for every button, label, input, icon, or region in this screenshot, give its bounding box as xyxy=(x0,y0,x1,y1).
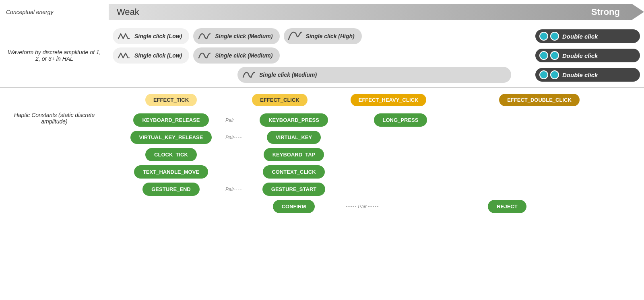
text-handle-move-pill[interactable]: TEXT_HANDLE_MOVE xyxy=(134,165,208,179)
clock-tick-row: CLOCK_TICK KEYBOARD_TAP xyxy=(117,148,636,161)
main-container: Conceptual energy Weak Strong Waveform b… xyxy=(0,0,644,219)
waveform-row-2: Single click (Low) Single click (Medium)… xyxy=(113,47,640,64)
waveform-section: Waveform by discrete amplitude of 1, 2, … xyxy=(0,24,644,88)
waveform-label: Waveform by discrete amplitude of 1, 2, … xyxy=(0,24,109,87)
keyboard-row: KEYBOARD_RELEASE Pair KEYBOARD_PRESS LON… xyxy=(117,113,636,127)
waveform-pill-low-2[interactable]: Single click (Low) xyxy=(113,47,189,64)
waveform-pill-double-3[interactable]: Double click xyxy=(535,68,640,82)
wave-high-icon xyxy=(288,31,302,42)
effect-heavy-col: EFFECT_HEAVY_CLICK xyxy=(334,94,443,106)
energy-label: Conceptual energy xyxy=(0,5,109,19)
virtual-key-pill[interactable]: VIRTUAL_KEY xyxy=(267,131,321,144)
dot-1 xyxy=(539,32,548,41)
effect-heavy-label: EFFECT_HEAVY_CLICK xyxy=(351,94,427,106)
wave-low-icon-2 xyxy=(117,50,131,61)
clock-tick-pill[interactable]: CLOCK_TICK xyxy=(145,148,197,161)
gesture-row: GESTURE_END Pair GESTURE_START xyxy=(117,183,636,196)
waveform-pill-high-1[interactable]: Single click (High) xyxy=(284,28,361,44)
haptic-content: EFFECT_TICK EFFECT_CLICK EFFECT_HEAVY_CL… xyxy=(109,88,644,219)
double-dot-icon-1 xyxy=(539,32,559,41)
reject-pill[interactable]: REJECT xyxy=(488,200,526,213)
pair-label-2: Pair xyxy=(225,135,233,140)
waveform-pill-double-1[interactable]: Double click xyxy=(535,29,640,43)
keyboard-tap-pill[interactable]: KEYBOARD_TAP xyxy=(264,148,324,161)
energy-gradient: Weak Strong xyxy=(109,4,644,20)
effect-labels-row: EFFECT_TICK EFFECT_CLICK EFFECT_HEAVY_CL… xyxy=(117,94,636,106)
effect-click-label: EFFECT_CLICK xyxy=(252,94,308,106)
pair-label-3: Pair xyxy=(225,187,233,192)
virtual-key-release-pill[interactable]: VIRTUAL_KEY_RELEASE xyxy=(130,131,212,144)
virtual-key-row: VIRTUAL_KEY_RELEASE Pair VIRTUAL_KEY xyxy=(117,131,636,144)
long-press-pill[interactable]: LONG_PRESS xyxy=(374,113,427,127)
wave-low-icon xyxy=(117,31,131,42)
effect-tick-col: EFFECT_TICK xyxy=(117,94,225,106)
effect-double-label: EFFECT_DOUBLE_CLICK xyxy=(499,94,580,106)
constants-layout: KEYBOARD_RELEASE Pair KEYBOARD_PRESS LON… xyxy=(117,113,636,213)
wave-medium-icon-3 xyxy=(242,69,256,80)
waveform-pill-double-2[interactable]: Double click xyxy=(535,49,640,62)
double-dot-icon-2 xyxy=(539,51,559,60)
waveform-content: Single click (Low) Single click (Medium)… xyxy=(109,24,644,87)
pair-label-4: Pair xyxy=(346,204,378,210)
wave-medium-icon-1 xyxy=(197,31,212,42)
dot-4 xyxy=(550,51,559,60)
dot-2 xyxy=(550,32,559,41)
energy-strong-label: Strong xyxy=(591,7,620,17)
waveform-pill-medium-2[interactable]: Single click (Medium) xyxy=(193,47,280,64)
effect-double-col: EFFECT_DOUBLE_CLICK xyxy=(443,94,636,106)
dot-6 xyxy=(550,70,559,79)
gesture-start-pill[interactable]: GESTURE_START xyxy=(262,183,325,196)
text-handle-row: TEXT_HANDLE_MOVE CONTEXT_CLICK xyxy=(117,165,636,179)
gesture-end-pill[interactable]: GESTURE_END xyxy=(142,183,200,196)
energy-row: Conceptual energy Weak Strong xyxy=(0,0,644,24)
wave-medium-icon-2 xyxy=(197,50,212,61)
confirm-pill[interactable]: CONFIRM xyxy=(273,200,315,213)
energy-bar-col: Weak Strong xyxy=(109,0,644,24)
haptic-label: Haptic Constants (static discrete amplit… xyxy=(0,88,109,219)
energy-weak-label: Weak xyxy=(117,7,139,17)
waveform-row-1: Single click (Low) Single click (Medium)… xyxy=(113,28,640,44)
waveform-row-3: Single click (Medium) Double click xyxy=(113,67,640,83)
conceptual-energy-text: Conceptual energy xyxy=(6,9,54,15)
confirm-reject-row: CONFIRM Pair REJECT xyxy=(117,200,636,213)
dot-3 xyxy=(539,51,548,60)
double-dot-icon-3 xyxy=(539,70,559,79)
keyboard-release-pill[interactable]: KEYBOARD_RELEASE xyxy=(133,113,208,127)
dot-5 xyxy=(539,70,548,79)
waveform-pill-medium-3[interactable]: Single click (Medium) xyxy=(237,67,511,83)
context-click-pill[interactable]: CONTEXT_CLICK xyxy=(263,165,324,179)
waveform-pill-medium-1[interactable]: Single click (Medium) xyxy=(193,28,280,44)
keyboard-press-pill[interactable]: KEYBOARD_PRESS xyxy=(260,113,328,127)
waveform-pill-low-1[interactable]: Single click (Low) xyxy=(113,28,189,44)
effect-tick-label: EFFECT_TICK xyxy=(145,94,197,106)
effect-click-col: EFFECT_CLICK xyxy=(225,94,334,106)
pair-label-1: Pair xyxy=(225,117,233,123)
haptic-section: Haptic Constants (static discrete amplit… xyxy=(0,88,644,219)
